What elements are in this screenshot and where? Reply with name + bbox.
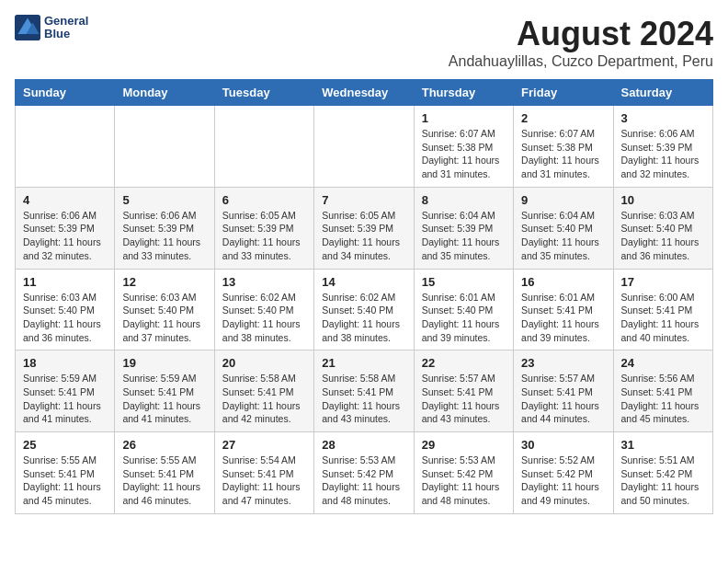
weekday-header-wednesday: Wednesday bbox=[314, 80, 414, 106]
calendar-cell: 25Sunrise: 5:55 AM Sunset: 5:41 PM Dayli… bbox=[16, 432, 115, 514]
day-info: Sunrise: 5:57 AM Sunset: 5:41 PM Dayligh… bbox=[521, 372, 605, 426]
calendar-cell: 22Sunrise: 5:57 AM Sunset: 5:41 PM Dayli… bbox=[414, 350, 513, 432]
calendar-cell: 7Sunrise: 6:05 AM Sunset: 5:39 PM Daylig… bbox=[314, 187, 414, 269]
day-number: 27 bbox=[222, 438, 306, 452]
calendar-cell: 3Sunrise: 6:06 AM Sunset: 5:39 PM Daylig… bbox=[613, 106, 712, 188]
day-info: Sunrise: 6:01 AM Sunset: 5:40 PM Dayligh… bbox=[422, 291, 506, 345]
day-number: 6 bbox=[222, 193, 306, 207]
day-info: Sunrise: 6:05 AM Sunset: 5:39 PM Dayligh… bbox=[222, 209, 306, 263]
day-number: 15 bbox=[422, 275, 506, 289]
day-info: Sunrise: 5:54 AM Sunset: 5:41 PM Dayligh… bbox=[222, 454, 306, 508]
day-number: 17 bbox=[621, 275, 705, 289]
calendar-cell: 5Sunrise: 6:06 AM Sunset: 5:39 PM Daylig… bbox=[115, 187, 214, 269]
day-info: Sunrise: 5:59 AM Sunset: 5:41 PM Dayligh… bbox=[23, 372, 107, 426]
day-info: Sunrise: 5:56 AM Sunset: 5:41 PM Dayligh… bbox=[621, 372, 705, 426]
calendar-cell: 18Sunrise: 5:59 AM Sunset: 5:41 PM Dayli… bbox=[16, 350, 115, 432]
calendar-cell: 23Sunrise: 5:57 AM Sunset: 5:41 PM Dayli… bbox=[514, 350, 613, 432]
day-info: Sunrise: 6:07 AM Sunset: 5:38 PM Dayligh… bbox=[422, 127, 506, 181]
calendar-week-1: 1Sunrise: 6:07 AM Sunset: 5:38 PM Daylig… bbox=[16, 106, 713, 188]
day-number: 23 bbox=[521, 356, 605, 370]
day-info: Sunrise: 6:02 AM Sunset: 5:40 PM Dayligh… bbox=[222, 291, 306, 345]
calendar-cell bbox=[115, 106, 214, 188]
day-number: 19 bbox=[122, 356, 206, 370]
calendar-cell: 24Sunrise: 5:56 AM Sunset: 5:41 PM Dayli… bbox=[613, 350, 712, 432]
calendar-cell: 15Sunrise: 6:01 AM Sunset: 5:40 PM Dayli… bbox=[414, 269, 513, 350]
calendar-cell bbox=[314, 106, 414, 188]
calendar-cell: 30Sunrise: 5:52 AM Sunset: 5:42 PM Dayli… bbox=[514, 432, 613, 514]
day-number: 31 bbox=[621, 438, 705, 452]
day-info: Sunrise: 5:55 AM Sunset: 5:41 PM Dayligh… bbox=[122, 454, 206, 508]
day-info: Sunrise: 6:06 AM Sunset: 5:39 PM Dayligh… bbox=[122, 209, 206, 263]
calendar-cell: 13Sunrise: 6:02 AM Sunset: 5:40 PM Dayli… bbox=[214, 269, 313, 350]
day-info: Sunrise: 5:53 AM Sunset: 5:42 PM Dayligh… bbox=[322, 454, 405, 508]
calendar-cell: 26Sunrise: 5:55 AM Sunset: 5:41 PM Dayli… bbox=[115, 432, 214, 514]
calendar-cell bbox=[16, 106, 115, 188]
day-number: 3 bbox=[621, 111, 705, 125]
logo-line1: General bbox=[44, 15, 88, 28]
calendar-cell: 14Sunrise: 6:02 AM Sunset: 5:40 PM Dayli… bbox=[314, 269, 414, 350]
day-number: 25 bbox=[23, 438, 107, 452]
page-header: General Blue August 2024 Andahuaylillas,… bbox=[15, 15, 713, 70]
weekday-header-friday: Friday bbox=[514, 80, 613, 106]
calendar-week-4: 18Sunrise: 5:59 AM Sunset: 5:41 PM Dayli… bbox=[16, 350, 713, 432]
weekday-header-sunday: Sunday bbox=[16, 80, 115, 106]
weekday-header-tuesday: Tuesday bbox=[214, 80, 313, 106]
day-info: Sunrise: 6:04 AM Sunset: 5:39 PM Dayligh… bbox=[422, 209, 506, 263]
calendar-cell: 9Sunrise: 6:04 AM Sunset: 5:40 PM Daylig… bbox=[514, 187, 613, 269]
weekday-header-saturday: Saturday bbox=[613, 80, 712, 106]
logo-text: General Blue bbox=[44, 15, 88, 41]
day-number: 26 bbox=[122, 438, 206, 452]
day-number: 5 bbox=[122, 193, 206, 207]
weekday-header-row: SundayMondayTuesdayWednesdayThursdayFrid… bbox=[16, 80, 713, 106]
day-info: Sunrise: 6:00 AM Sunset: 5:41 PM Dayligh… bbox=[621, 291, 705, 345]
day-info: Sunrise: 6:02 AM Sunset: 5:40 PM Dayligh… bbox=[322, 291, 405, 345]
weekday-header-monday: Monday bbox=[115, 80, 214, 106]
calendar-cell: 8Sunrise: 6:04 AM Sunset: 5:39 PM Daylig… bbox=[414, 187, 513, 269]
day-info: Sunrise: 6:03 AM Sunset: 5:40 PM Dayligh… bbox=[23, 291, 107, 345]
day-number: 7 bbox=[322, 193, 405, 207]
day-number: 13 bbox=[222, 275, 306, 289]
day-number: 24 bbox=[621, 356, 705, 370]
day-number: 21 bbox=[322, 356, 405, 370]
calendar-cell: 4Sunrise: 6:06 AM Sunset: 5:39 PM Daylig… bbox=[16, 187, 115, 269]
day-info: Sunrise: 5:52 AM Sunset: 5:42 PM Dayligh… bbox=[521, 454, 605, 508]
day-info: Sunrise: 6:07 AM Sunset: 5:38 PM Dayligh… bbox=[521, 127, 605, 181]
day-info: Sunrise: 6:01 AM Sunset: 5:41 PM Dayligh… bbox=[521, 291, 605, 345]
main-title: August 2024 bbox=[449, 15, 713, 53]
day-number: 14 bbox=[322, 275, 405, 289]
day-info: Sunrise: 5:51 AM Sunset: 5:42 PM Dayligh… bbox=[621, 454, 705, 508]
calendar-cell: 17Sunrise: 6:00 AM Sunset: 5:41 PM Dayli… bbox=[613, 269, 712, 350]
calendar-cell: 21Sunrise: 5:58 AM Sunset: 5:41 PM Dayli… bbox=[314, 350, 414, 432]
calendar-cell: 20Sunrise: 5:58 AM Sunset: 5:41 PM Dayli… bbox=[214, 350, 313, 432]
day-number: 10 bbox=[621, 193, 705, 207]
logo-icon bbox=[15, 15, 40, 40]
day-info: Sunrise: 5:59 AM Sunset: 5:41 PM Dayligh… bbox=[122, 372, 206, 426]
day-info: Sunrise: 5:55 AM Sunset: 5:41 PM Dayligh… bbox=[23, 454, 107, 508]
day-number: 20 bbox=[222, 356, 306, 370]
calendar-cell: 11Sunrise: 6:03 AM Sunset: 5:40 PM Dayli… bbox=[16, 269, 115, 350]
day-info: Sunrise: 5:58 AM Sunset: 5:41 PM Dayligh… bbox=[222, 372, 306, 426]
day-number: 2 bbox=[521, 111, 605, 125]
subtitle: Andahuaylillas, Cuzco Department, Peru bbox=[449, 53, 713, 70]
calendar-cell: 10Sunrise: 6:03 AM Sunset: 5:40 PM Dayli… bbox=[613, 187, 712, 269]
calendar-cell: 6Sunrise: 6:05 AM Sunset: 5:39 PM Daylig… bbox=[214, 187, 313, 269]
weekday-header-thursday: Thursday bbox=[414, 80, 513, 106]
logo: General Blue bbox=[15, 15, 88, 41]
calendar-cell: 12Sunrise: 6:03 AM Sunset: 5:40 PM Dayli… bbox=[115, 269, 214, 350]
calendar-cell: 16Sunrise: 6:01 AM Sunset: 5:41 PM Dayli… bbox=[514, 269, 613, 350]
calendar-week-5: 25Sunrise: 5:55 AM Sunset: 5:41 PM Dayli… bbox=[16, 432, 713, 514]
day-number: 4 bbox=[23, 193, 107, 207]
calendar-cell: 19Sunrise: 5:59 AM Sunset: 5:41 PM Dayli… bbox=[115, 350, 214, 432]
calendar-cell: 1Sunrise: 6:07 AM Sunset: 5:38 PM Daylig… bbox=[414, 106, 513, 188]
day-number: 30 bbox=[521, 438, 605, 452]
day-info: Sunrise: 5:57 AM Sunset: 5:41 PM Dayligh… bbox=[422, 372, 506, 426]
calendar-week-2: 4Sunrise: 6:06 AM Sunset: 5:39 PM Daylig… bbox=[16, 187, 713, 269]
day-info: Sunrise: 5:53 AM Sunset: 5:42 PM Dayligh… bbox=[422, 454, 506, 508]
title-area: August 2024 Andahuaylillas, Cuzco Depart… bbox=[449, 15, 713, 70]
calendar-cell bbox=[214, 106, 313, 188]
day-number: 9 bbox=[521, 193, 605, 207]
day-info: Sunrise: 6:04 AM Sunset: 5:40 PM Dayligh… bbox=[521, 209, 605, 263]
day-number: 28 bbox=[322, 438, 405, 452]
calendar-cell: 31Sunrise: 5:51 AM Sunset: 5:42 PM Dayli… bbox=[613, 432, 712, 514]
calendar-table: SundayMondayTuesdayWednesdayThursdayFrid… bbox=[15, 79, 713, 514]
